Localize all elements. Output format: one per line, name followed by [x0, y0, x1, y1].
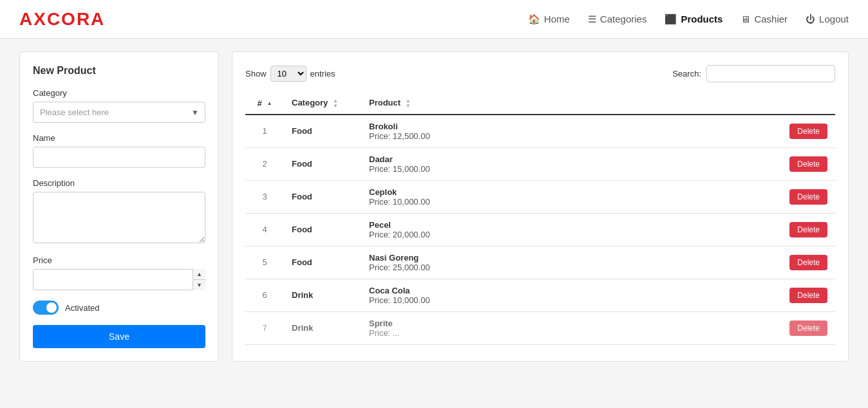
row-category: Food: [284, 213, 361, 246]
delete-button[interactable]: Delete: [789, 222, 827, 237]
price-group: Price ▲ ▼: [33, 255, 205, 290]
delete-button[interactable]: Delete: [789, 255, 827, 270]
entries-select[interactable]: 10 25 50 100: [270, 66, 307, 82]
nav-products[interactable]: ⬛ Products: [665, 14, 722, 25]
cashier-icon: 🖥: [741, 14, 750, 24]
row-category: Food: [284, 147, 361, 180]
table-panel: Show 10 25 50 100 entries Search: #: [232, 51, 849, 362]
row-actions: Delete: [771, 147, 835, 180]
nav-cashier[interactable]: 🖥 Cashier: [741, 14, 788, 24]
search-input[interactable]: [706, 65, 835, 82]
entries-label: entries: [310, 69, 335, 79]
delete-button[interactable]: Delete: [789, 320, 827, 336]
table-row: 1 Food Brokoli Price: 12,500.00 Delete: [245, 115, 835, 148]
row-product: Ceplok Price: 10,000.00: [361, 180, 771, 213]
delete-button[interactable]: Delete: [789, 124, 827, 139]
main-content: New Product Category Please select here …: [0, 39, 868, 375]
price-input[interactable]: [33, 269, 205, 290]
products-icon: ⬛: [665, 14, 677, 25]
hash-sort-icons: ▲: [267, 101, 272, 106]
category-label: Category: [33, 88, 205, 98]
product-sort-icons: ▲ ▼: [406, 98, 411, 109]
category-select[interactable]: Please select here: [33, 102, 205, 123]
price-label: Price: [33, 255, 205, 265]
sort-up-icon: ▲: [267, 101, 272, 106]
row-num: 1: [245, 115, 284, 148]
delete-button[interactable]: Delete: [789, 288, 827, 303]
table-body: 1 Food Brokoli Price: 12,500.00 Delete 2…: [245, 115, 835, 345]
sidebar-form: New Product Category Please select here …: [19, 51, 219, 362]
table-row: 3 Food Ceplok Price: 10,000.00 Delete: [245, 180, 835, 213]
show-label: Show: [245, 69, 267, 79]
nav-categories[interactable]: ☰ Categories: [588, 14, 647, 25]
description-label: Description: [33, 178, 205, 188]
row-product: Sprite Price: ...: [361, 311, 771, 344]
logo: AXCORA: [19, 9, 105, 30]
name-group: Name: [33, 133, 205, 168]
logout-icon: ⏻: [806, 14, 815, 24]
category-sort-icons: ▲ ▼: [333, 98, 338, 109]
nav-logout[interactable]: ⏻ Logout: [806, 14, 849, 24]
row-category: Drink: [284, 311, 361, 344]
toggle-slider: [33, 301, 59, 315]
row-category: Drink: [284, 279, 361, 311]
row-category: Food: [284, 246, 361, 279]
row-actions: Delete: [771, 246, 835, 279]
description-input[interactable]: [33, 192, 205, 243]
activated-toggle-row: Activated: [33, 301, 205, 315]
form-title: New Product: [33, 65, 205, 77]
row-actions: Delete: [771, 115, 835, 148]
price-input-wrapper: ▲ ▼: [33, 269, 205, 290]
row-category: Food: [284, 180, 361, 213]
search-label: Search:: [672, 69, 701, 79]
price-increment-button[interactable]: ▲: [193, 269, 205, 280]
categories-icon: ☰: [588, 14, 596, 25]
row-actions: Delete: [771, 279, 835, 311]
row-product: Coca Cola Price: 10,000.00: [361, 279, 771, 311]
products-table: # ▲ Category ▲ ▼ Product: [245, 93, 835, 345]
row-product: Nasi Goreng Price: 25,000.00: [361, 246, 771, 279]
table-row: 2 Food Dadar Price: 15,000.00 Delete: [245, 147, 835, 180]
col-header-hash: # ▲: [245, 93, 284, 115]
activated-toggle[interactable]: [33, 301, 59, 315]
col-header-category: Category ▲ ▼: [284, 93, 361, 115]
category-group: Category Please select here ▼: [33, 88, 205, 123]
row-num: 4: [245, 213, 284, 246]
row-actions: Delete: [771, 180, 835, 213]
price-spinners: ▲ ▼: [193, 269, 205, 290]
name-input[interactable]: [33, 147, 205, 168]
save-button[interactable]: Save: [33, 325, 205, 348]
row-actions: Delete: [771, 311, 835, 344]
row-num: 6: [245, 279, 284, 311]
nav-home[interactable]: 🏠 Home: [528, 14, 570, 25]
row-product: Dadar Price: 15,000.00: [361, 147, 771, 180]
delete-button[interactable]: Delete: [789, 156, 827, 172]
name-label: Name: [33, 133, 205, 143]
row-num: 2: [245, 147, 284, 180]
table-row: 6 Drink Coca Cola Price: 10,000.00 Delet…: [245, 279, 835, 311]
nav: 🏠 Home ☰ Categories ⬛ Products 🖥 Cashier…: [528, 14, 849, 25]
table-row: 4 Food Pecel Price: 20,000.00 Delete: [245, 213, 835, 246]
table-header: # ▲ Category ▲ ▼ Product: [245, 93, 835, 115]
price-decrement-button[interactable]: ▼: [193, 280, 205, 290]
row-actions: Delete: [771, 213, 835, 246]
col-header-action: [771, 93, 835, 115]
row-num: 5: [245, 246, 284, 279]
row-category: Food: [284, 115, 361, 148]
delete-button[interactable]: Delete: [789, 189, 827, 205]
col-header-product: Product ▲ ▼: [361, 93, 771, 115]
row-num: 3: [245, 180, 284, 213]
description-group: Description: [33, 178, 205, 245]
row-num: 7: [245, 311, 284, 344]
table-row: 5 Food Nasi Goreng Price: 25,000.00 Dele…: [245, 246, 835, 279]
table-row: 7 Drink Sprite Price: ... Delete: [245, 311, 835, 344]
search-control: Search:: [672, 65, 835, 82]
table-top-controls: Show 10 25 50 100 entries Search:: [245, 65, 835, 82]
row-product: Brokoli Price: 12,500.00: [361, 115, 771, 148]
home-icon: 🏠: [528, 14, 540, 25]
category-select-wrapper: Please select here ▼: [33, 102, 205, 123]
entries-control: Show 10 25 50 100 entries: [245, 66, 335, 82]
header: AXCORA 🏠 Home ☰ Categories ⬛ Products 🖥 …: [0, 0, 868, 39]
activated-label: Activated: [65, 303, 99, 313]
row-product: Pecel Price: 20,000.00: [361, 213, 771, 246]
